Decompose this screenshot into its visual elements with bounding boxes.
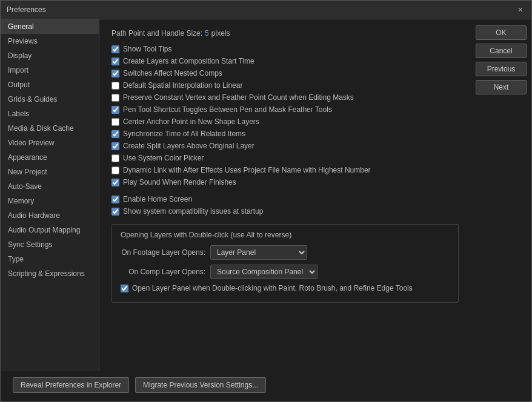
- sidebar-item-appearance[interactable]: Appearance: [1, 150, 99, 165]
- path-point-value[interactable]: 5: [205, 29, 209, 38]
- checkbox-row-synchronize-time: Synchronize Time of All Related Items: [111, 130, 459, 138]
- field-select-comp-layer[interactable]: Source Composition PanelLayer PanelFoota…: [210, 265, 318, 279]
- checkbox-dynamic-link[interactable]: [111, 166, 119, 174]
- open-layer-paint-row: Open Layer Panel when Double-clicking wi…: [121, 284, 450, 292]
- sidebar-item-auto-save[interactable]: Auto-Save: [1, 179, 99, 194]
- checkbox-preserve-constant[interactable]: [111, 94, 119, 102]
- checkbox-label-use-system-color: Use System Color Picker: [123, 154, 204, 162]
- sidebar-item-memory[interactable]: Memory: [1, 194, 99, 208]
- checkbox-default-spatial[interactable]: [111, 82, 119, 90]
- checkbox-show-system-compat[interactable]: [111, 208, 119, 216]
- dialog-body: GeneralPreviewsDisplayImportOutputGrids …: [1, 19, 531, 371]
- checkbox-play-sound[interactable]: [111, 179, 119, 186]
- checkboxes-group2: Enable Home ScreenShow system compatibil…: [111, 195, 459, 216]
- migrate-settings-button[interactable]: Migrate Previous Version Settings...: [135, 377, 266, 393]
- sidebar-item-media-disk-cache[interactable]: Media & Disk Cache: [1, 121, 99, 136]
- opening-layers-group: Opening Layers with Double-click (use Al…: [111, 224, 459, 303]
- title-bar: Preferences ×: [1, 1, 531, 19]
- checkbox-row-center-anchor: Center Anchor Point in New Shape Layers: [111, 117, 459, 126]
- checkboxes-group1: Show Tool TipsCreate Layers at Compositi…: [111, 45, 459, 186]
- checkbox-label-open-layer-paint: Open Layer Panel when Double-clicking wi…: [132, 284, 413, 292]
- field-select-footage-layer[interactable]: Layer PanelFootage Panel: [210, 245, 307, 260]
- sidebar-item-grids-guides[interactable]: Grids & Guides: [1, 92, 99, 107]
- checkbox-create-layers[interactable]: [111, 58, 119, 65]
- sidebar-item-audio-hardware[interactable]: Audio Hardware: [1, 208, 99, 223]
- main-content: Path Point and Handle Size: 5 pixels Sho…: [99, 19, 471, 371]
- checkbox-row-preserve-constant: Preserve Constant Vertex and Feather Poi…: [111, 93, 459, 102]
- checkbox-create-split[interactable]: [111, 142, 119, 150]
- checkbox-label-default-spatial: Default Spatial Interpolation to Linear: [123, 81, 242, 90]
- checkbox-row-dynamic-link: Dynamic Link with After Effects Uses Pro…: [111, 166, 459, 174]
- path-point-unit: pixels: [211, 29, 230, 38]
- checkbox-label-show-system-compat: Show system compatibility issues at star…: [123, 207, 263, 216]
- checkbox-row-create-layers: Create Layers at Composition Start Time: [111, 57, 459, 65]
- preferences-dialog: Preferences × GeneralPreviewsDisplayImpo…: [0, 0, 532, 402]
- sidebar-item-type[interactable]: Type: [1, 252, 99, 266]
- group-fields: On Footage Layer Opens:Layer PanelFootag…: [121, 245, 450, 279]
- sidebar-item-sync-settings[interactable]: Sync Settings: [1, 237, 99, 252]
- checkbox-row-pen-tool-shortcut: Pen Tool Shortcut Toggles Between Pen an…: [111, 105, 459, 114]
- checkbox-row-show-system-compat: Show system compatibility issues at star…: [111, 207, 459, 216]
- checkbox-label-show-tool-tips: Show Tool Tips: [123, 45, 172, 53]
- field-label-footage-layer: On Footage Layer Opens:: [121, 248, 205, 257]
- cancel-button[interactable]: Cancel: [476, 44, 527, 58]
- checkbox-label-synchronize-time: Synchronize Time of All Related Items: [123, 130, 245, 138]
- sidebar-item-scripting-expressions[interactable]: Scripting & Expressions: [1, 266, 99, 281]
- sidebar-item-previews[interactable]: Previews: [1, 34, 99, 48]
- checkbox-label-pen-tool-shortcut: Pen Tool Shortcut Toggles Between Pen an…: [123, 105, 332, 114]
- checkbox-synchronize-time[interactable]: [111, 130, 119, 138]
- sidebar-item-display[interactable]: Display: [1, 48, 99, 63]
- checkbox-open-layer-paint[interactable]: [121, 285, 128, 292]
- path-point-label: Path Point and Handle Size:: [111, 29, 202, 38]
- checkbox-row-use-system-color: Use System Color Picker: [111, 154, 459, 162]
- checkbox-label-switches-nested: Switches Affect Nested Comps: [123, 69, 222, 77]
- checkbox-switches-nested[interactable]: [111, 70, 119, 77]
- bottom-buttons: Reveal Preferences in ExplorerMigrate Pr…: [1, 371, 531, 401]
- checkbox-row-play-sound: Play Sound When Render Finishes: [111, 178, 459, 186]
- checkbox-pen-tool-shortcut[interactable]: [111, 106, 119, 114]
- checkbox-label-play-sound: Play Sound When Render Finishes: [123, 178, 236, 186]
- checkbox-row-enable-home: Enable Home Screen: [111, 195, 459, 203]
- checkbox-show-tool-tips[interactable]: [111, 45, 119, 53]
- reveal-prefs-button[interactable]: Reveal Preferences in Explorer: [13, 377, 129, 393]
- checkbox-row-switches-nested: Switches Affect Nested Comps: [111, 69, 459, 77]
- sidebar-item-video-preview[interactable]: Video Preview: [1, 136, 99, 150]
- checkbox-label-dynamic-link: Dynamic Link with After Effects Uses Pro…: [123, 166, 371, 174]
- sidebar-item-audio-output-mapping[interactable]: Audio Output Mapping: [1, 223, 99, 237]
- sidebar-item-import[interactable]: Import: [1, 63, 99, 77]
- sidebar-item-general[interactable]: General: [1, 19, 99, 34]
- checkbox-row-default-spatial: Default Spatial Interpolation to Linear: [111, 81, 459, 90]
- checkbox-enable-home[interactable]: [111, 196, 119, 203]
- group-box-title: Opening Layers with Double-click (use Al…: [121, 231, 450, 239]
- sidebar: GeneralPreviewsDisplayImportOutputGrids …: [1, 19, 99, 371]
- checkbox-label-enable-home: Enable Home Screen: [123, 195, 192, 203]
- next-button[interactable]: Next: [476, 80, 527, 94]
- close-button[interactable]: ×: [516, 4, 525, 15]
- dialog-title: Preferences: [7, 5, 46, 14]
- checkbox-label-create-split: Create Split Layers Above Original Layer: [123, 142, 254, 150]
- checkbox-center-anchor[interactable]: [111, 118, 119, 126]
- right-panel: OK Cancel Previous Next: [471, 19, 531, 371]
- ok-button[interactable]: OK: [476, 25, 527, 40]
- checkbox-row-show-tool-tips: Show Tool Tips: [111, 45, 459, 53]
- field-row-footage-layer: On Footage Layer Opens:Layer PanelFootag…: [121, 245, 450, 260]
- previous-button[interactable]: Previous: [476, 62, 527, 76]
- checkbox-label-center-anchor: Center Anchor Point in New Shape Layers: [123, 117, 259, 126]
- checkbox-use-system-color[interactable]: [111, 154, 119, 162]
- field-row-comp-layer: On Comp Layer Opens:Source Composition P…: [121, 265, 450, 279]
- checkbox-row-create-split: Create Split Layers Above Original Layer: [111, 142, 459, 150]
- sidebar-item-new-project[interactable]: New Project: [1, 165, 99, 179]
- checkbox-label-preserve-constant: Preserve Constant Vertex and Feather Poi…: [123, 93, 354, 102]
- field-label-comp-layer: On Comp Layer Opens:: [121, 268, 205, 276]
- sidebar-item-output[interactable]: Output: [1, 77, 99, 92]
- path-point-row: Path Point and Handle Size: 5 pixels: [111, 29, 459, 38]
- checkbox-label-create-layers: Create Layers at Composition Start Time: [123, 57, 254, 65]
- sidebar-item-labels[interactable]: Labels: [1, 107, 99, 121]
